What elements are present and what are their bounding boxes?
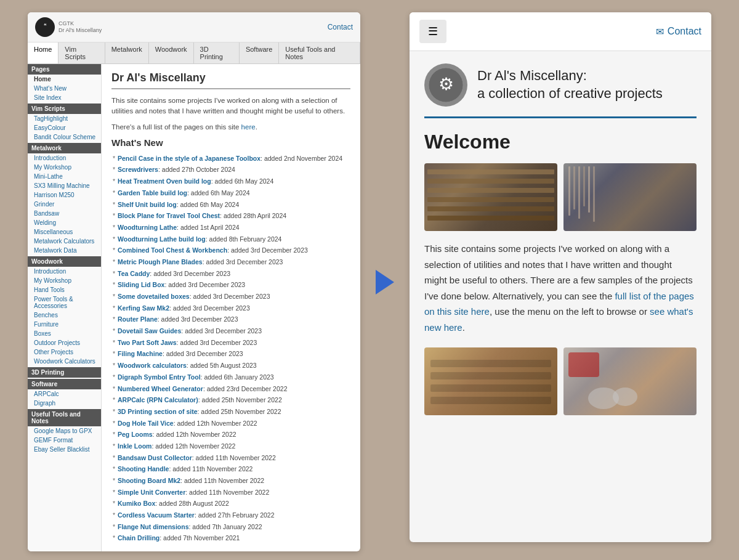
mobile-contact[interactable]: ✉ Contact <box>656 26 701 38</box>
news-item-link[interactable]: Heat Treatment Oven build log <box>118 177 211 185</box>
nav-vim-scripts[interactable]: Vim Scripts <box>59 43 105 63</box>
contact-label[interactable]: Contact <box>668 26 701 37</box>
whats-new-heading: What's New <box>111 137 350 148</box>
sidebar-item-hand-tools[interactable]: Hand Tools <box>28 285 101 294</box>
sidebar-item-grinder[interactable]: Grinder <box>28 200 101 209</box>
news-item-link[interactable]: Kumiko Box <box>118 500 155 507</box>
sidebar-item-metalwork-workshop[interactable]: My Workshop <box>28 163 101 172</box>
box-image <box>424 347 557 415</box>
news-item-link[interactable]: Woodwork calculators <box>118 362 187 369</box>
news-item-link[interactable]: Screwdrivers <box>118 166 158 173</box>
news-item-link[interactable]: Kerfing Saw Mk2 <box>118 304 169 312</box>
mobile-logo-row: ⚙ Dr Al's Miscellany: a collection of cr… <box>424 63 697 107</box>
sidebar-item-metalwork-data[interactable]: Metalwork Data <box>28 246 101 255</box>
sidebar-item-woodwork-intro[interactable]: Introduction <box>28 267 101 276</box>
sidebar-item-outdoor[interactable]: Outdoor Projects <box>28 338 101 347</box>
sidebar-item-harrison[interactable]: Harrison M250 <box>28 190 101 200</box>
news-item-link[interactable]: 3D Printing section of site <box>118 408 198 415</box>
sidebar-section-woodwork: Woodwork Introduction My Workshop Hand T… <box>28 256 101 366</box>
sidebar-section-title-useful: Useful Tools and Notes <box>28 409 101 426</box>
sidebar-item-mini-lathe[interactable]: Mini-Lathe <box>28 172 101 181</box>
news-item-link[interactable]: Simple Unit Converter <box>118 489 185 496</box>
news-item-link[interactable]: Combined Tool Chest & Workbench <box>118 246 227 254</box>
news-item-link[interactable]: Shelf Unit build log <box>118 201 177 208</box>
logo-text: CGTK Dr Al's Miscellany <box>59 20 102 34</box>
logo-icon: 🏍 <box>35 17 55 37</box>
sidebar-item-other[interactable]: Other Projects <box>28 347 101 357</box>
sidebar-item-easycolour[interactable]: EasyColour <box>28 123 101 132</box>
sidebar-item-power-tools[interactable]: Power Tools & Accessories <box>28 294 101 310</box>
sidebar-item-wood-calc[interactable]: Woodwork Calculators <box>28 357 101 366</box>
sidebar-section-metalwork: Metalwork Introduction My Workshop Mini-… <box>28 143 101 255</box>
intro-paragraph: This site contains some projects I've wo… <box>111 95 350 117</box>
sidebar-item-site-index[interactable]: Site Index <box>28 93 101 102</box>
news-item-link[interactable]: ARPCalc (RPN Calculator) <box>118 396 198 404</box>
sidebar-item-metalwork-intro[interactable]: Introduction <box>28 153 101 163</box>
contact-link[interactable]: Contact <box>328 23 353 31</box>
news-item-link[interactable]: Filing Machine <box>118 350 163 357</box>
sidebar-item-sx3[interactable]: SX3 Milling Machine <box>28 181 101 190</box>
news-item: Shooting Board Mk2: added 11th November … <box>111 475 350 487</box>
sidebar-item-whats-new[interactable]: What's New <box>28 84 101 93</box>
news-item-link[interactable]: Shooting Board Mk2 <box>118 477 180 484</box>
news-item-link[interactable]: Tea Caddy <box>118 270 150 277</box>
news-item-link[interactable]: Inkle Loom <box>118 442 151 450</box>
news-item-link[interactable]: Chain Drilling <box>118 534 160 542</box>
sidebar-item-gemf[interactable]: GEMF Format <box>28 436 101 445</box>
sidebar-section-title-3dprint: 3D Printing <box>28 367 101 378</box>
sidebar-item-taghighlight[interactable]: TagHighlight <box>28 114 101 123</box>
sidebar-item-metalwork-calc[interactable]: Metalwork Calculators <box>28 237 101 246</box>
nav-woodwork[interactable]: Woodwork <box>149 43 194 63</box>
sidebar-item-ebay[interactable]: Ebay Seller Blacklist <box>28 445 101 454</box>
sidebar-item-digraph[interactable]: Digraph <box>28 399 101 408</box>
tools-image <box>563 163 697 231</box>
news-item-link[interactable]: Pencil Case in the style of a Japanese T… <box>118 155 260 162</box>
nav-software[interactable]: Software <box>240 43 279 63</box>
news-item-link[interactable]: Router Plane <box>118 315 158 323</box>
news-item-link[interactable]: Peg Looms <box>118 431 153 438</box>
news-item-link[interactable]: Some dovetailed boxes <box>118 293 190 300</box>
nav-3d-printing[interactable]: 3D Printing <box>194 43 240 63</box>
news-item-link[interactable]: Cordless Vacuum Starter <box>118 511 195 519</box>
news-item-link[interactable]: Block Plane for Travel Tool Chest <box>118 212 220 219</box>
sidebar-item-furniture[interactable]: Furniture <box>28 320 101 329</box>
sidebar-item-gpx[interactable]: Google Maps to GPX <box>28 426 101 436</box>
direction-arrow <box>376 270 394 294</box>
sidebar-item-welding[interactable]: Welding <box>28 218 101 227</box>
sidebar-item-woodwork-workshop[interactable]: My Workshop <box>28 276 101 285</box>
news-item-link[interactable]: Woodturning Lathe <box>118 224 177 231</box>
news-item-link[interactable]: Two Part Soft Jaws <box>118 339 177 346</box>
sidebar-item-bandsaw[interactable]: Bandsaw <box>28 209 101 218</box>
sidebar-item-arpcalc[interactable]: ARPCalc <box>28 389 101 399</box>
news-item-link[interactable]: Flange Nut dimensions <box>118 523 189 530</box>
sidebar-item-home[interactable]: Home <box>28 75 101 84</box>
news-item: Dovetail Saw Guides: added 3rd December … <box>111 325 350 337</box>
news-item-link[interactable]: Sliding Lid Box <box>118 281 164 288</box>
sidebar-item-misc-metal[interactable]: Miscellaneous <box>28 227 101 237</box>
news-item: Combined Tool Chest & Workbench: added 3… <box>111 245 350 256</box>
sidebar-item-boxes[interactable]: Boxes <box>28 329 101 338</box>
sidebar-item-bandit[interactable]: Bandit Colour Scheme <box>28 132 101 142</box>
full-list-link[interactable]: here <box>241 123 256 131</box>
news-item: Metric Plough Plane Blades: added 3rd De… <box>111 256 350 268</box>
news-item: Sliding Lid Box: added 3rd December 2023 <box>111 279 350 291</box>
nav-home[interactable]: Home <box>28 43 59 63</box>
news-item: Shooting Handle: added 11th November 202… <box>111 463 350 475</box>
news-item-link[interactable]: Woodturning Lathe build log <box>118 235 206 243</box>
news-item-link[interactable]: Numbered Wheel Generator <box>118 385 203 392</box>
nav-metalwork[interactable]: Metalwork <box>105 43 149 63</box>
news-item-link[interactable]: Dovetail Saw Guides <box>118 327 181 335</box>
news-item: Peg Looms: added 12th November 2022 <box>111 429 350 440</box>
news-item-link[interactable]: Digraph Symbol Entry Tool <box>118 373 201 381</box>
hamburger-icon: ☰ <box>428 25 438 38</box>
news-item-link[interactable]: Bandsaw Dust Collector <box>118 454 192 461</box>
mobile-body: ⚙ Dr Al's Miscellany: a collection of cr… <box>410 51 711 428</box>
news-item: Kumiko Box: added 28th August 2022 <box>111 498 350 509</box>
hamburger-button[interactable]: ☰ <box>419 20 446 43</box>
nav-useful-tools[interactable]: Useful Tools and Notes <box>279 43 360 63</box>
news-item-link[interactable]: Metric Plough Plane Blades <box>118 258 203 266</box>
sidebar-item-benches[interactable]: Benches <box>28 310 101 320</box>
news-item-link[interactable]: Dog Hole Tail Vice <box>118 420 174 427</box>
news-item-link[interactable]: Shooting Handle <box>118 465 169 473</box>
news-item-link[interactable]: Garden Table build log <box>118 189 187 197</box>
